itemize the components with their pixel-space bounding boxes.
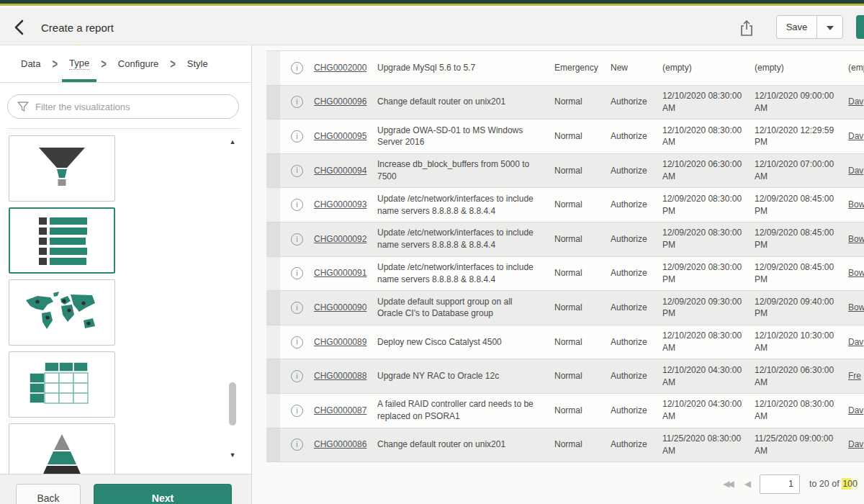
share-button[interactable] [739,18,757,38]
first-page-button[interactable]: ◀◀ [721,477,733,490]
change-number-link[interactable]: CHG0000090 [314,302,366,312]
info-icon[interactable] [291,96,303,108]
change-number-link[interactable]: CHG0000091 [314,268,366,278]
report-header: Create a report Save [0,8,864,45]
list-chart-icon [26,215,98,266]
change-number-link[interactable]: CHG0000092 [314,234,366,244]
scroll-up-arrow-icon[interactable]: ▲ [228,138,237,146]
info-icon[interactable] [291,267,303,279]
assignee-link[interactable]: Dav [848,337,863,347]
start-date-cell: 12/10/2020 04:30:00 AM [660,398,752,423]
info-icon[interactable] [291,233,303,246]
start-date-cell: 12/10/2020 08:30:00 AM [660,90,752,114]
assignee-link[interactable]: Dav [848,439,863,449]
priority-cell: Normal [549,267,608,279]
assignee-link[interactable]: Dav [848,96,863,107]
table-row[interactable]: CHG0000092 Update /etc/network/interface… [266,222,864,257]
table-row[interactable]: CHG0000093 Update /etc/network/interface… [266,188,864,222]
table-pagination: ◀◀ ◀ to 20 of 100 [721,473,858,495]
change-number-link[interactable]: CHG0000088 [314,371,366,381]
viz-thumbnail-map[interactable] [9,279,115,346]
save-button[interactable]: Save [776,15,817,39]
info-icon[interactable] [291,405,303,417]
table-row[interactable]: CHG0000087 A failed RAID controller card… [266,394,864,428]
info-icon[interactable] [291,336,303,348]
assignee-link[interactable]: Bow [848,234,864,244]
breadcrumb-step-type[interactable]: Type [66,45,92,82]
assignee-link[interactable]: Dav [848,131,863,141]
info-icon[interactable] [291,370,303,382]
info-icon[interactable] [291,438,303,451]
short-description: Deploy new Cisco Catalyst 4500 [377,336,549,348]
table-row[interactable]: CHG0000094 Increase db_block_buffers fro… [266,154,864,189]
breadcrumb-step-style[interactable]: Style [184,45,211,82]
table-row[interactable]: CHG0000088 Upgrade NY RAC to Oracle 12c … [266,359,864,394]
breadcrumb-step-configure[interactable]: Configure [115,45,161,82]
change-number-link[interactable]: CHG0000086 [314,439,366,449]
back-button[interactable]: Back [16,484,81,504]
info-icon[interactable] [291,199,303,211]
scrollbar-thumb[interactable] [229,382,236,426]
next-button[interactable]: Next [94,484,232,504]
filter-visualizations-input[interactable] [7,94,239,119]
viz-thumbnail-funnel[interactable] [9,135,115,202]
table-row[interactable]: CHG0002000 Upgrade MySql 5.6 to 5.7 Emer… [266,51,864,86]
short-description: Update default support group on all Orac… [377,296,549,320]
change-number-link[interactable]: CHG0000093 [314,199,366,210]
change-number-link[interactable]: CHG0000094 [314,166,366,176]
table-row[interactable]: CHG0000090 Update default support group … [266,291,864,325]
viz-thumbnail-heatmap-table[interactable] [9,351,115,418]
priority-cell: Normal [549,302,608,314]
edge-cropped-teal-button[interactable] [856,15,864,39]
table-row[interactable]: CHG0000095 Upgrade OWA-SD-01 to MS Windo… [266,120,864,154]
previous-page-button[interactable]: ◀ [743,477,750,490]
start-date-cell: (empty) [660,62,752,74]
save-menu-button[interactable] [816,15,843,39]
change-number-link[interactable]: CHG0000096 [314,96,366,107]
priority-cell: Normal [549,199,608,211]
info-icon[interactable] [291,165,303,177]
state-cell: Authorize [608,370,660,382]
end-date-cell: 12/10/2020 10:30:00 AM [752,330,844,354]
world-map-icon [22,289,102,336]
back-arrow-button[interactable] [13,17,35,38]
change-number-link[interactable]: CHG0000089 [314,337,366,347]
short-description: Upgrade MySql 5.6 to 5.7 [377,62,549,74]
breadcrumb-separator: > [161,39,184,89]
assignee-link[interactable]: Bow [848,199,864,210]
page-title: Create a report [41,22,114,34]
table-row[interactable]: CHG0000086 Change default router on unix… [266,428,864,463]
table-row[interactable]: CHG0000091 Update /etc/network/interface… [266,257,864,292]
assignee-link[interactable]: Dav [848,166,863,176]
info-icon[interactable] [291,62,303,74]
short-description: Increase db_block_buffers from 5000 to 7… [377,158,549,183]
assignee-link[interactable]: Fre [848,371,861,381]
priority-cell: Normal [549,438,608,451]
info-icon[interactable] [291,302,303,314]
breadcrumb-step-data[interactable]: Data [18,45,43,82]
end-date-cell: 12/10/2020 06:30:00 AM [752,364,844,389]
start-date-cell: 12/10/2020 06:30:00 AM [660,158,752,183]
state-cell: Authorize [608,302,660,314]
start-date-cell: 11/25/2020 08:30:00 AM [660,433,752,457]
assignee-link[interactable]: Bow [848,268,864,278]
viz-thumbnail-pyramid[interactable] [9,423,115,474]
assignee-link[interactable]: (empty) [848,63,864,73]
assignee-link[interactable]: Bow [848,302,864,312]
table-row[interactable]: CHG0000096 Change default router on unix… [266,86,864,120]
wizard-breadcrumb: Data > Type > Configure > Style [0,45,251,83]
change-table-body: CHG0002000 Upgrade MySql 5.6 to 5.7 Emer… [266,51,864,462]
change-number-link[interactable]: CHG0000095 [314,131,366,141]
viz-thumbnail-list[interactable] [9,207,115,274]
change-number-link[interactable]: CHG0002000 [314,63,366,73]
viz-list-scrollbar[interactable]: ▲ ▼ [228,138,238,469]
end-date-cell: 12/09/2020 08:45:00 PM [752,193,844,217]
share-icon [739,19,755,37]
page-number-input[interactable] [760,474,800,494]
state-cell: Authorize [608,438,660,451]
info-icon[interactable] [291,130,303,143]
assignee-link[interactable]: Dav [848,405,863,415]
table-row[interactable]: CHG0000089 Deploy new Cisco Catalyst 450… [266,325,864,360]
scroll-down-arrow-icon[interactable]: ▼ [228,451,237,459]
change-number-link[interactable]: CHG0000087 [314,405,366,415]
